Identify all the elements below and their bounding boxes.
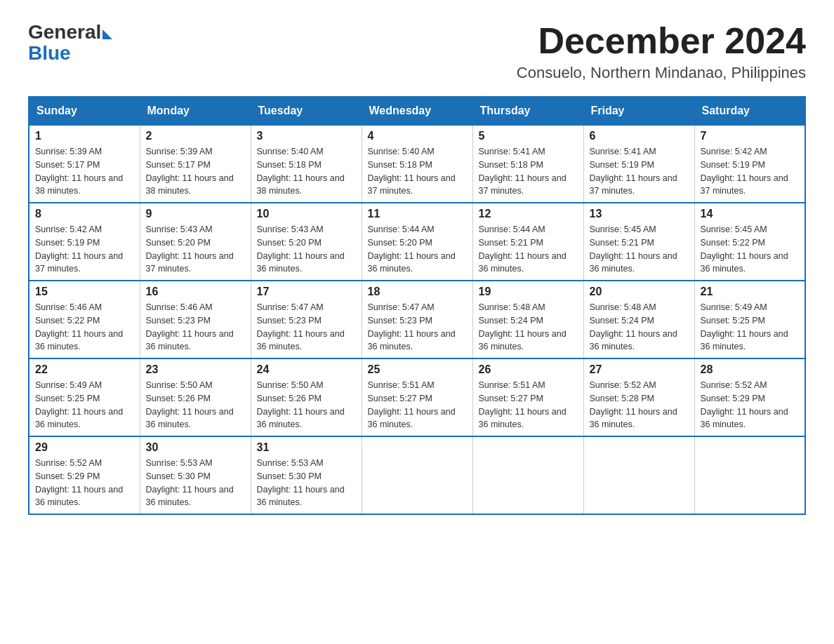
calendar-cell: 31Sunrise: 5:53 AMSunset: 5:30 PMDayligh… bbox=[251, 436, 362, 514]
day-number: 4 bbox=[368, 130, 467, 142]
calendar-cell: 13Sunrise: 5:45 AMSunset: 5:21 PMDayligh… bbox=[583, 203, 694, 281]
day-number: 20 bbox=[590, 286, 689, 298]
day-number: 21 bbox=[701, 286, 800, 298]
day-number: 29 bbox=[35, 441, 134, 454]
calendar-cell: 25Sunrise: 5:51 AMSunset: 5:27 PMDayligh… bbox=[362, 358, 472, 436]
weekday-header-tuesday: Tuesday bbox=[251, 97, 362, 125]
day-info: Sunrise: 5:42 AMSunset: 5:19 PMDaylight:… bbox=[701, 145, 800, 198]
day-number: 23 bbox=[146, 363, 245, 376]
logo-general: General bbox=[28, 21, 101, 43]
calendar-cell: 2Sunrise: 5:39 AMSunset: 5:17 PMDaylight… bbox=[140, 125, 251, 203]
calendar-cell bbox=[694, 436, 805, 514]
weekday-header-sunday: Sunday bbox=[29, 97, 140, 125]
day-number: 17 bbox=[257, 286, 356, 298]
calendar-cell: 22Sunrise: 5:49 AMSunset: 5:25 PMDayligh… bbox=[29, 358, 140, 436]
calendar-cell: 11Sunrise: 5:44 AMSunset: 5:20 PMDayligh… bbox=[362, 203, 472, 281]
calendar-cell: 26Sunrise: 5:51 AMSunset: 5:27 PMDayligh… bbox=[472, 358, 583, 436]
calendar-subtitle: Consuelo, Northern Mindanao, Philippines bbox=[517, 64, 806, 82]
day-number: 26 bbox=[479, 363, 578, 376]
calendar-cell: 30Sunrise: 5:53 AMSunset: 5:30 PMDayligh… bbox=[140, 436, 251, 514]
calendar-week-row: 15Sunrise: 5:46 AMSunset: 5:22 PMDayligh… bbox=[29, 281, 805, 358]
day-number: 10 bbox=[257, 208, 356, 220]
calendar-cell: 20Sunrise: 5:48 AMSunset: 5:24 PMDayligh… bbox=[583, 281, 694, 358]
calendar-cell: 6Sunrise: 5:41 AMSunset: 5:19 PMDaylight… bbox=[583, 125, 694, 203]
day-info: Sunrise: 5:51 AMSunset: 5:27 PMDaylight:… bbox=[479, 379, 578, 431]
calendar-cell: 21Sunrise: 5:49 AMSunset: 5:25 PMDayligh… bbox=[694, 281, 805, 358]
logo: General Blue bbox=[28, 21, 112, 63]
day-info: Sunrise: 5:41 AMSunset: 5:18 PMDaylight:… bbox=[479, 145, 578, 198]
day-info: Sunrise: 5:39 AMSunset: 5:17 PMDaylight:… bbox=[146, 145, 245, 198]
calendar-cell: 19Sunrise: 5:48 AMSunset: 5:24 PMDayligh… bbox=[472, 281, 583, 358]
day-info: Sunrise: 5:45 AMSunset: 5:21 PMDaylight:… bbox=[590, 223, 689, 276]
calendar-cell bbox=[583, 436, 694, 514]
calendar-cell: 29Sunrise: 5:52 AMSunset: 5:29 PMDayligh… bbox=[29, 436, 140, 514]
day-number: 24 bbox=[257, 363, 356, 376]
day-number: 18 bbox=[368, 286, 467, 298]
calendar-cell: 4Sunrise: 5:40 AMSunset: 5:18 PMDaylight… bbox=[362, 125, 472, 203]
calendar-cell bbox=[362, 436, 472, 514]
day-info: Sunrise: 5:50 AMSunset: 5:26 PMDaylight:… bbox=[146, 379, 245, 431]
calendar-table: SundayMondayTuesdayWednesdayThursdayFrid… bbox=[28, 96, 806, 515]
calendar-cell: 10Sunrise: 5:43 AMSunset: 5:20 PMDayligh… bbox=[251, 203, 362, 281]
day-info: Sunrise: 5:48 AMSunset: 5:24 PMDaylight:… bbox=[590, 301, 689, 354]
day-info: Sunrise: 5:49 AMSunset: 5:25 PMDaylight:… bbox=[35, 379, 134, 431]
calendar-cell: 18Sunrise: 5:47 AMSunset: 5:23 PMDayligh… bbox=[362, 281, 472, 358]
day-number: 15 bbox=[35, 286, 134, 298]
day-info: Sunrise: 5:43 AMSunset: 5:20 PMDaylight:… bbox=[257, 223, 356, 276]
calendar-cell: 24Sunrise: 5:50 AMSunset: 5:26 PMDayligh… bbox=[251, 358, 362, 436]
day-info: Sunrise: 5:52 AMSunset: 5:29 PMDaylight:… bbox=[35, 457, 134, 509]
weekday-header-wednesday: Wednesday bbox=[362, 97, 472, 125]
day-info: Sunrise: 5:52 AMSunset: 5:28 PMDaylight:… bbox=[590, 379, 689, 431]
day-number: 3 bbox=[257, 130, 356, 142]
day-number: 9 bbox=[146, 208, 245, 220]
page-header: General Blue December 2024 Consuelo, Nor… bbox=[28, 21, 806, 82]
day-info: Sunrise: 5:39 AMSunset: 5:17 PMDaylight:… bbox=[35, 145, 134, 198]
day-info: Sunrise: 5:42 AMSunset: 5:19 PMDaylight:… bbox=[35, 223, 134, 276]
day-info: Sunrise: 5:50 AMSunset: 5:26 PMDaylight:… bbox=[257, 379, 356, 431]
calendar-cell: 7Sunrise: 5:42 AMSunset: 5:19 PMDaylight… bbox=[694, 125, 805, 203]
day-number: 6 bbox=[590, 130, 689, 142]
calendar-title-block: December 2024 Consuelo, Northern Mindana… bbox=[517, 21, 806, 82]
day-info: Sunrise: 5:46 AMSunset: 5:23 PMDaylight:… bbox=[146, 301, 245, 354]
calendar-week-row: 22Sunrise: 5:49 AMSunset: 5:25 PMDayligh… bbox=[29, 358, 805, 436]
calendar-cell: 3Sunrise: 5:40 AMSunset: 5:18 PMDaylight… bbox=[251, 125, 362, 203]
day-info: Sunrise: 5:53 AMSunset: 5:30 PMDaylight:… bbox=[257, 457, 356, 509]
day-info: Sunrise: 5:53 AMSunset: 5:30 PMDaylight:… bbox=[146, 457, 245, 509]
day-info: Sunrise: 5:46 AMSunset: 5:22 PMDaylight:… bbox=[35, 301, 134, 354]
calendar-cell: 16Sunrise: 5:46 AMSunset: 5:23 PMDayligh… bbox=[140, 281, 251, 358]
weekday-header-thursday: Thursday bbox=[472, 97, 583, 125]
calendar-week-row: 1Sunrise: 5:39 AMSunset: 5:17 PMDaylight… bbox=[29, 125, 805, 203]
day-number: 27 bbox=[590, 363, 689, 376]
calendar-cell: 15Sunrise: 5:46 AMSunset: 5:22 PMDayligh… bbox=[29, 281, 140, 358]
calendar-cell: 23Sunrise: 5:50 AMSunset: 5:26 PMDayligh… bbox=[140, 358, 251, 436]
calendar-week-row: 8Sunrise: 5:42 AMSunset: 5:19 PMDaylight… bbox=[29, 203, 805, 281]
weekday-header-saturday: Saturday bbox=[694, 97, 805, 125]
calendar-header-row: SundayMondayTuesdayWednesdayThursdayFrid… bbox=[29, 97, 805, 125]
day-number: 12 bbox=[479, 208, 578, 220]
calendar-title: December 2024 bbox=[517, 21, 806, 61]
day-number: 13 bbox=[590, 208, 689, 220]
day-info: Sunrise: 5:52 AMSunset: 5:29 PMDaylight:… bbox=[701, 379, 800, 431]
calendar-cell bbox=[472, 436, 583, 514]
day-info: Sunrise: 5:44 AMSunset: 5:20 PMDaylight:… bbox=[368, 223, 467, 276]
calendar-week-row: 29Sunrise: 5:52 AMSunset: 5:29 PMDayligh… bbox=[29, 436, 805, 514]
day-number: 31 bbox=[257, 441, 356, 454]
day-info: Sunrise: 5:40 AMSunset: 5:18 PMDaylight:… bbox=[368, 145, 467, 198]
day-number: 22 bbox=[35, 363, 134, 376]
day-info: Sunrise: 5:41 AMSunset: 5:19 PMDaylight:… bbox=[590, 145, 689, 198]
calendar-cell: 12Sunrise: 5:44 AMSunset: 5:21 PMDayligh… bbox=[472, 203, 583, 281]
calendar-cell: 27Sunrise: 5:52 AMSunset: 5:28 PMDayligh… bbox=[583, 358, 694, 436]
day-number: 14 bbox=[701, 208, 800, 220]
calendar-cell: 1Sunrise: 5:39 AMSunset: 5:17 PMDaylight… bbox=[29, 125, 140, 203]
day-number: 19 bbox=[479, 286, 578, 298]
calendar-cell: 28Sunrise: 5:52 AMSunset: 5:29 PMDayligh… bbox=[694, 358, 805, 436]
day-number: 5 bbox=[479, 130, 578, 142]
day-info: Sunrise: 5:48 AMSunset: 5:24 PMDaylight:… bbox=[479, 301, 578, 354]
logo-arrow-icon bbox=[102, 29, 112, 39]
day-number: 8 bbox=[35, 208, 134, 220]
calendar-cell: 14Sunrise: 5:45 AMSunset: 5:22 PMDayligh… bbox=[694, 203, 805, 281]
day-number: 28 bbox=[701, 363, 800, 376]
day-number: 25 bbox=[368, 363, 467, 376]
day-number: 2 bbox=[146, 130, 245, 142]
weekday-header-monday: Monday bbox=[140, 97, 251, 125]
